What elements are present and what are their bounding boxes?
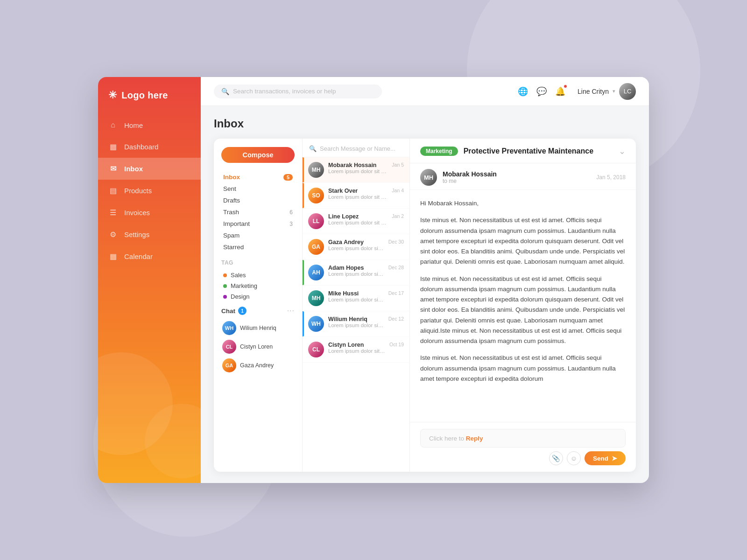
- reply-box[interactable]: Click here to Reply: [420, 429, 626, 448]
- folder-item-spam[interactable]: Spam: [221, 230, 295, 241]
- inbox-icon: ✉: [108, 164, 118, 173]
- avatar-cistyn: CL: [222, 340, 236, 354]
- sidebar-item-calendar[interactable]: ▦ Calendar: [98, 245, 201, 267]
- folder-item-drafts[interactable]: Drafts: [221, 195, 295, 206]
- sender-name: Mobarak Hossain: [443, 170, 591, 178]
- sidebar-item-inbox[interactable]: ✉ Inbox: [98, 158, 201, 180]
- msg-content-7: Wilium Henriq Lorem ipsum dolor sit amet…: [328, 316, 384, 328]
- folder-label-spam: Spam: [223, 232, 240, 239]
- app-container: ✳ Logo here ⌂ Home ▦ Dashboard ✉ Inbox ▤…: [98, 77, 649, 483]
- folder-item-inbox[interactable]: Inbox 5: [221, 171, 295, 183]
- message-item-5[interactable]: AH Adam Hopes Lorem ipsum dolor sit amet…: [303, 260, 409, 286]
- sidebar-item-home[interactable]: ⌂ Home: [98, 114, 201, 136]
- chat-user-gaza[interactable]: GA Gaza Andrey: [221, 356, 295, 375]
- tag-section-label: Tag: [221, 259, 295, 266]
- msg-name-2: Stark Over: [328, 188, 388, 194]
- msg-date-8: Oct 19: [389, 342, 404, 347]
- tag-item-design[interactable]: Design: [221, 291, 295, 302]
- send-button[interactable]: Send ➤: [585, 451, 626, 465]
- topbar-actions: 🌐 💬 🔔 Line Crityn ▾ LC: [518, 83, 636, 100]
- avatar-gaza: GA: [222, 358, 236, 372]
- chat-more-icon[interactable]: ···: [287, 307, 295, 315]
- emoji-button[interactable]: ☺: [567, 451, 581, 465]
- reply-prompt: Click here to Reply: [427, 430, 485, 447]
- topbar: 🔍 Search transactions, invoices or help …: [201, 77, 649, 106]
- expand-icon[interactable]: ⌄: [619, 146, 626, 156]
- msg-avatar-2: SO: [308, 188, 324, 203]
- notification-bell-icon[interactable]: 🔔: [555, 86, 565, 97]
- email-subject: Protective Preventative Maintenance: [464, 147, 593, 155]
- msg-date-7: Dec 12: [388, 316, 404, 322]
- msg-indicator-7: [303, 311, 304, 336]
- user-info[interactable]: Line Crityn ▾ LC: [578, 83, 636, 100]
- msg-name-8: Cistyn Loren: [328, 342, 385, 348]
- msg-date-5: Dec 28: [388, 265, 404, 270]
- sidebar-item-settings[interactable]: ⚙ Settings: [98, 224, 201, 245]
- tag-item-sales[interactable]: Sales: [221, 270, 295, 280]
- folder-item-trash[interactable]: Trash 6: [221, 206, 295, 218]
- tag-label-marketing: Marketing: [231, 282, 257, 289]
- msg-avatar-1: MH: [308, 162, 324, 178]
- globe-icon[interactable]: 🌐: [518, 86, 528, 97]
- msg-date-3: Jan 2: [392, 213, 404, 219]
- nav-label-invoices: Invoices: [124, 209, 150, 217]
- nav-label-dashboard: Dashboard: [124, 143, 158, 151]
- folder-item-important[interactable]: Important 3: [221, 218, 295, 230]
- tag-item-marketing[interactable]: Marketing: [221, 280, 295, 291]
- tag-dot-marketing: [223, 284, 227, 288]
- sender-info: Mobarak Hossain to me: [443, 170, 591, 184]
- msg-name-3: Line Lopez: [328, 213, 388, 220]
- avatar-wilium: WH: [222, 321, 236, 335]
- message-item-3[interactable]: LL Line Lopez Lorem ipsum dolor sit amet…: [303, 209, 409, 234]
- folder-label-trash: Trash: [223, 209, 239, 216]
- sender-avatar: MH: [420, 169, 437, 186]
- folder-item-sent[interactable]: Sent: [221, 183, 295, 195]
- msg-name-5: Adam Hopes: [328, 265, 384, 271]
- msg-avatar-6: MH: [308, 290, 324, 306]
- msg-date-4: Dec 30: [388, 239, 404, 245]
- sidebar-nav: ⌂ Home ▦ Dashboard ✉ Inbox ▤ Products ☰ …: [98, 114, 201, 267]
- reply-link[interactable]: Reply: [466, 435, 483, 442]
- message-search-bar[interactable]: 🔍 Search Message or Name...: [303, 139, 409, 157]
- chat-icon[interactable]: 💬: [536, 86, 547, 97]
- msg-content-6: Mike Hussi Lorem ipsum dolor sit amet Co…: [328, 290, 384, 302]
- inbox-left-panel: Compose Inbox 5 Sent Drafts: [214, 139, 303, 472]
- inbox-middle-panel: 🔍 Search Message or Name... MH Mobarak H…: [303, 139, 410, 472]
- attachment-button[interactable]: 📎: [549, 451, 563, 465]
- search-bar[interactable]: 🔍 Search transactions, invoices or help: [214, 84, 382, 98]
- folder-list: Inbox 5 Sent Drafts Trash 6: [221, 171, 295, 253]
- msg-preview-3: Lorem ipsum dolor sit amet Consectetur..…: [328, 220, 388, 225]
- nav-label-inbox: Inbox: [124, 165, 143, 173]
- sidebar-item-invoices[interactable]: ☰ Invoices: [98, 202, 201, 224]
- message-item-8[interactable]: CL Cistyn Loren Lorem ipsum dolor sit am…: [303, 337, 409, 363]
- user-name: Line Crityn: [578, 88, 609, 95]
- tag-label-sales: Sales: [231, 272, 246, 279]
- message-item-1[interactable]: MH Mobarak Hossain Lorem ipsum dolor sit…: [303, 157, 409, 183]
- message-item-6[interactable]: MH Mike Hussi Lorem ipsum dolor sit amet…: [303, 286, 409, 311]
- folder-item-starred[interactable]: Starred: [221, 241, 295, 253]
- msg-content-4: Gaza Andrey Lorem ipsum dolor sit amet C…: [328, 239, 384, 251]
- compose-button[interactable]: Compose: [221, 147, 295, 163]
- message-item-7[interactable]: WH Wilium Henriq Lorem ipsum dolor sit a…: [303, 311, 409, 337]
- chat-user-wilium[interactable]: WH Wilium Henriq: [221, 319, 295, 337]
- user-avatar: LC: [619, 83, 636, 100]
- inbox-panel: Compose Inbox 5 Sent Drafts: [214, 139, 636, 472]
- sidebar-item-products[interactable]: ▤ Products: [98, 180, 201, 202]
- msg-avatar-5: AH: [308, 265, 324, 280]
- main-content: 🔍 Search transactions, invoices or help …: [201, 77, 649, 483]
- message-item-4[interactable]: GA Gaza Andrey Lorem ipsum dolor sit ame…: [303, 234, 409, 260]
- folder-label-important: Important: [223, 220, 250, 227]
- email-tag-badge: Marketing: [420, 147, 458, 156]
- folder-badge-trash: 6: [289, 209, 293, 216]
- folder-label-sent: Sent: [223, 185, 236, 192]
- logo-text: Logo here: [121, 90, 168, 101]
- logo-icon: ✳: [108, 89, 117, 101]
- sidebar-item-dashboard[interactable]: ▦ Dashboard: [98, 136, 201, 158]
- email-body-para1: Iste minus et. Non necessitatibus ut est…: [420, 215, 626, 267]
- message-item-2[interactable]: SO Stark Over Lorem ipsum dolor sit amet…: [303, 183, 409, 209]
- msg-content-1: Mobarak Hossain Lorem ipsum dolor sit am…: [328, 162, 388, 174]
- msg-date-6: Dec 17: [388, 290, 404, 296]
- calendar-icon: ▦: [108, 252, 118, 261]
- chat-user-cistyn[interactable]: CL Cistyn Loren: [221, 337, 295, 356]
- msg-content-2: Stark Over Lorem ipsum dolor sit amet Co…: [328, 188, 388, 200]
